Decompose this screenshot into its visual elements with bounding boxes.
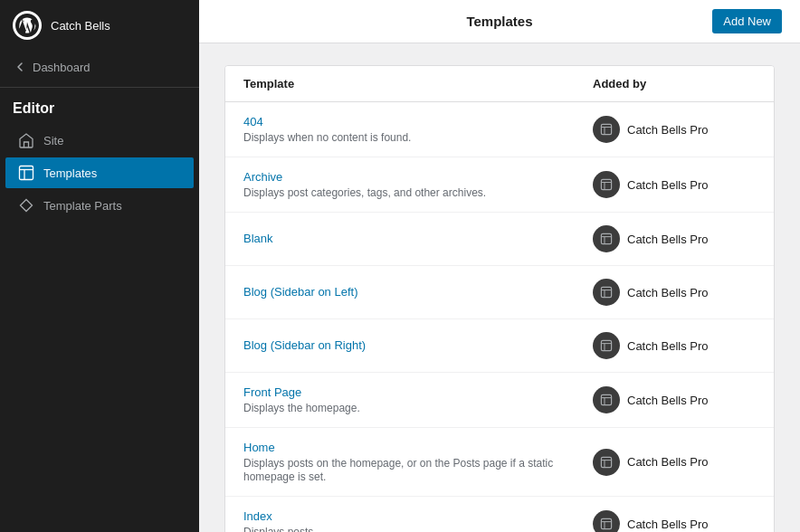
svg-rect-25 [601,518,611,528]
plugin-name: Catch Bells Pro [627,339,709,353]
added-by-cell: Catch Bells Pro [593,386,756,413]
plugin-name: Catch Bells Pro [627,178,709,192]
wordpress-logo [13,11,42,40]
plugin-icon [593,171,620,198]
sidebar-header: Catch Bells [0,0,199,51]
table-row[interactable]: Index Displays posts. Catch Bells Pro [225,497,774,532]
template-name[interactable]: Archive [243,170,593,184]
sidebar-item-templates-label: Templates [43,166,97,180]
back-to-dashboard[interactable]: Dashboard [0,51,199,88]
content-area: Template Added by 404 Displays when no c… [199,43,800,532]
table-row[interactable]: Blog (Sidebar on Left) Catch Bells Pro [225,266,774,319]
template-name[interactable]: Index [243,509,593,523]
svg-rect-7 [601,179,611,189]
added-by-cell: Catch Bells Pro [593,116,756,143]
plugin-name: Catch Bells Pro [627,233,709,246]
plugin-name: Catch Bells Pro [627,394,709,407]
table-row[interactable]: 404 Displays when no content is found. C… [225,102,774,157]
sidebar-item-site[interactable]: Site [5,125,194,156]
table-row[interactable]: Front Page Displays the homepage. Catch … [225,373,774,428]
sidebar: Catch Bells Dashboard Editor Site Templa… [0,0,199,532]
template-name[interactable]: 404 [243,115,593,128]
col-template-header: Template [243,77,593,90]
template-info: Front Page Displays the homepage. [243,385,593,414]
templates-table: Template Added by 404 Displays when no c… [224,65,775,532]
table-row[interactable]: Home Displays posts on the homepage, or … [225,428,774,497]
template-name[interactable]: Front Page [243,385,593,399]
template-name[interactable]: Blog (Sidebar on Left) [243,285,593,299]
table-row[interactable]: Blog (Sidebar on Right) Catch Bells Pro [225,319,774,373]
editor-section-label: Editor [0,91,199,124]
chevron-left-icon [13,60,27,74]
plugin-icon [593,225,620,252]
layout-icon [18,165,34,181]
added-by-cell: Catch Bells Pro [593,332,756,359]
added-by-cell: Catch Bells Pro [593,449,756,476]
plugin-name: Catch Bells Pro [627,286,709,299]
template-description: Displays when no content is found. [243,131,411,144]
svg-rect-16 [601,340,611,350]
add-new-button[interactable]: Add New [712,9,782,33]
sidebar-item-templates[interactable]: Templates [5,157,194,188]
site-name: Catch Bells [51,19,110,33]
page-title: Templates [466,14,532,29]
main-content: Templates Add New Template Added by 404 … [199,0,800,532]
template-name[interactable]: Blog (Sidebar on Right) [243,338,593,352]
template-info: Home Displays posts on the homepage, or … [243,441,593,483]
plugin-name: Catch Bells Pro [627,455,709,469]
template-info: 404 Displays when no content is found. [243,115,593,144]
template-info: Blog (Sidebar on Left) [243,285,593,300]
template-info: Archive Displays post categories, tags, … [243,170,593,199]
template-info: Blank [243,232,593,247]
template-description: Displays posts. [243,526,317,532]
table-header: Template Added by [225,66,774,102]
plugin-name: Catch Bells Pro [627,123,709,137]
added-by-cell: Catch Bells Pro [593,279,756,306]
template-info: Index Displays posts. [243,509,593,532]
diamond-icon [18,197,34,214]
template-description: Displays posts on the homepage, or on th… [243,457,553,483]
table-row[interactable]: Archive Displays post categories, tags, … [225,157,774,213]
sidebar-item-site-label: Site [43,134,63,147]
svg-rect-4 [601,124,611,134]
plugin-icon [593,279,620,306]
added-by-cell: Catch Bells Pro [593,225,756,252]
sidebar-item-template-parts-label: Template Parts [43,199,122,213]
home-icon [18,132,34,148]
svg-rect-1 [20,166,33,180]
template-name[interactable]: Blank [243,232,593,245]
table-body: 404 Displays when no content is found. C… [225,102,774,532]
plugin-icon [593,332,620,359]
template-description: Displays the homepage. [243,402,360,414]
plugin-icon [593,116,620,143]
col-added-by-header: Added by [593,77,756,90]
svg-rect-22 [601,457,611,467]
plugin-name: Catch Bells Pro [627,518,709,531]
template-name[interactable]: Home [243,441,593,454]
table-row[interactable]: Blank Catch Bells Pro [225,213,774,266]
template-info: Blog (Sidebar on Right) [243,338,593,354]
plugin-icon [593,510,620,532]
added-by-cell: Catch Bells Pro [593,510,756,532]
top-bar: Templates Add New [199,0,800,43]
svg-rect-10 [601,233,611,243]
back-label: Dashboard [33,61,90,74]
added-by-cell: Catch Bells Pro [593,171,756,198]
template-description: Displays post categories, tags, and othe… [243,186,486,199]
plugin-icon [593,449,620,476]
svg-rect-13 [601,287,611,297]
plugin-icon [593,386,620,413]
sidebar-item-template-parts[interactable]: Template Parts [5,190,194,221]
svg-rect-19 [601,394,611,404]
